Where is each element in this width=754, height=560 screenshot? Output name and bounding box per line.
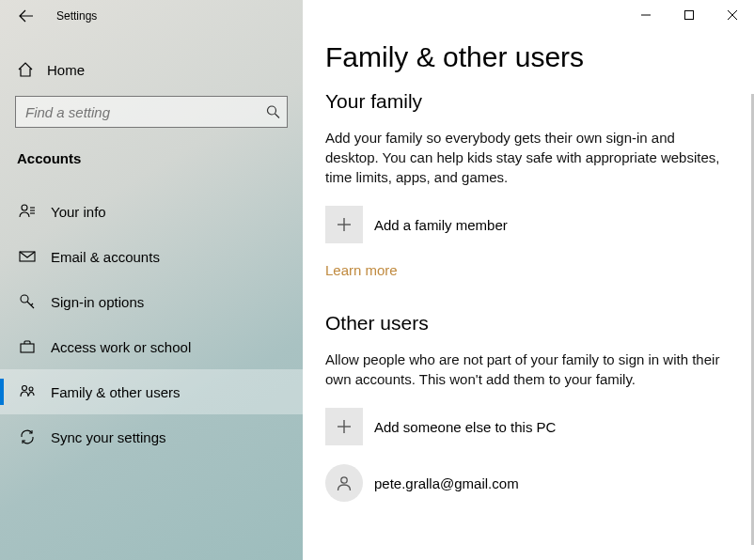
add-other-user-button[interactable]: Add someone else to this PC	[325, 408, 730, 445]
nav-item-access-work-school[interactable]: Access work or school	[0, 324, 303, 369]
maximize-button[interactable]	[668, 0, 711, 30]
email-icon	[17, 246, 38, 267]
nav-label: Access work or school	[51, 339, 191, 355]
other-user-email: pete.gralla@gmail.com	[374, 475, 519, 491]
your-info-icon	[17, 201, 38, 222]
plus-icon	[325, 206, 363, 243]
family-heading: Your family	[325, 90, 730, 113]
nav-item-your-info[interactable]: Your info	[0, 189, 303, 234]
nav-list: Your info Email & accounts	[0, 189, 303, 459]
minimize-icon	[641, 10, 651, 20]
briefcase-icon	[17, 336, 38, 357]
plus-icon	[325, 408, 363, 445]
minimize-button[interactable]	[624, 0, 668, 30]
other-users-heading: Other users	[325, 312, 730, 334]
people-icon	[17, 381, 38, 402]
back-button[interactable]	[13, 3, 39, 29]
nav-label: Email & accounts	[51, 249, 160, 265]
add-other-label: Add someone else to this PC	[374, 419, 556, 435]
svg-point-19	[341, 477, 347, 483]
app-title: Settings	[56, 9, 97, 23]
nav-item-family-other-users[interactable]: Family & other users	[0, 369, 303, 414]
nav-item-sync-settings[interactable]: Sync your settings	[0, 414, 303, 459]
navigation-pane: Settings Home Accounts	[0, 0, 303, 560]
window-controls	[624, 0, 754, 30]
other-user-entry[interactable]: pete.gralla@gmail.com	[325, 464, 730, 502]
sync-icon	[17, 427, 38, 447]
main-content: Family & other users Your family Add you…	[303, 0, 754, 560]
key-icon	[17, 291, 38, 312]
maximize-icon	[684, 10, 694, 20]
other-users-description: Allow people who are not part of your fa…	[325, 350, 730, 389]
page-title: Family & other users	[325, 41, 730, 73]
svg-rect-8	[21, 344, 34, 352]
nav-label: Sync your settings	[51, 429, 166, 445]
nav-label: Sign-in options	[51, 294, 144, 310]
svg-point-2	[22, 205, 27, 210]
person-icon	[325, 464, 363, 502]
add-family-label: Add a family member	[374, 217, 508, 233]
svg-point-9	[23, 386, 27, 391]
svg-point-7	[21, 295, 28, 303]
add-family-member-button[interactable]: Add a family member	[325, 206, 730, 243]
home-label: Home	[47, 62, 85, 78]
learn-more-link[interactable]: Learn more	[325, 262, 398, 278]
svg-point-10	[29, 387, 33, 391]
nav-label: Your info	[51, 204, 106, 220]
nav-item-email-accounts[interactable]: Email & accounts	[0, 234, 303, 279]
back-arrow-icon	[19, 8, 34, 23]
close-button[interactable]	[711, 0, 754, 30]
nav-item-signin-options[interactable]: Sign-in options	[0, 279, 303, 324]
nav-label: Family & other users	[51, 384, 181, 400]
home-icon	[17, 61, 34, 78]
svg-rect-12	[685, 11, 694, 20]
search-input[interactable]	[15, 96, 288, 128]
titlebar: Settings	[0, 0, 303, 32]
category-header: Accounts	[17, 150, 303, 166]
home-nav[interactable]: Home	[0, 49, 303, 90]
close-icon	[728, 10, 737, 20]
family-description: Add your family so everybody gets their …	[325, 128, 730, 187]
